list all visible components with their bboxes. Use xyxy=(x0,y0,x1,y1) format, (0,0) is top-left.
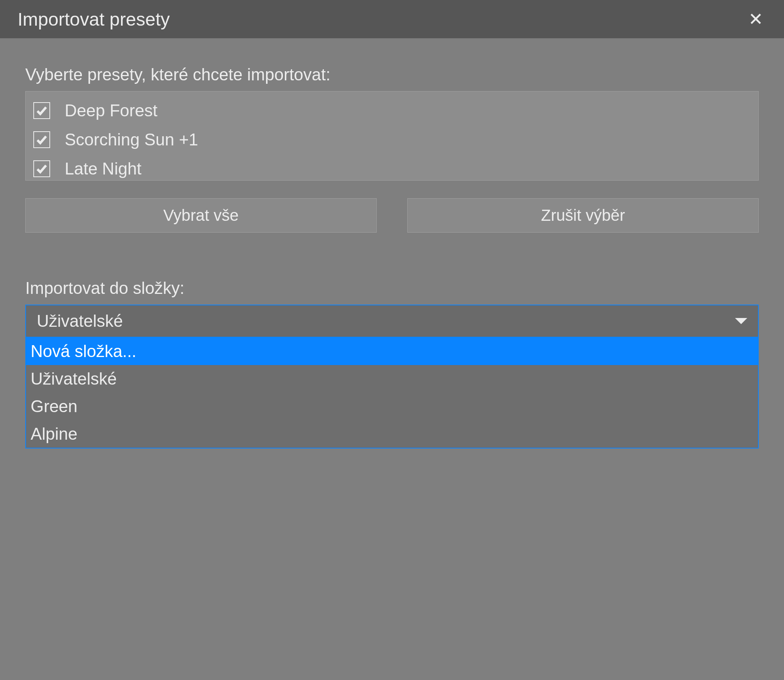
selection-button-row: Vybrat vše Zrušit výběr xyxy=(25,198,759,233)
button-label: Vybrat vše xyxy=(163,206,239,225)
import-presets-dialog: Importovat presety ✕ Vyberte presety, kt… xyxy=(0,0,784,680)
preset-name-label: Scorching Sun +1 xyxy=(65,130,198,149)
dropdown-item-label: Alpine xyxy=(31,424,77,444)
folder-select[interactable]: Uživatelské xyxy=(25,305,759,338)
preset-checkbox[interactable] xyxy=(33,160,50,177)
preset-section-label: Vyberte presety, které chcete importovat… xyxy=(25,65,759,84)
dropdown-item-label: Uživatelské xyxy=(31,369,117,388)
dialog-content: Vyberte presety, které chcete importovat… xyxy=(0,38,784,448)
folder-select-value: Uživatelské xyxy=(37,311,123,331)
folder-section-label: Importovat do složky: xyxy=(25,279,759,298)
preset-name-label: Late Night xyxy=(65,159,142,178)
folder-option-alpine[interactable]: Alpine xyxy=(26,420,758,448)
close-icon: ✕ xyxy=(748,9,763,29)
check-icon xyxy=(36,134,47,145)
preset-checkbox[interactable] xyxy=(33,102,50,119)
dropdown-item-label: Nová složka... xyxy=(31,342,136,361)
folder-option-user[interactable]: Uživatelské xyxy=(26,365,758,393)
preset-name-label: Deep Forest xyxy=(65,101,157,120)
preset-checkbox[interactable] xyxy=(33,131,50,148)
folder-option-new[interactable]: Nová složka... xyxy=(26,338,758,365)
preset-row[interactable]: Scorching Sun +1 xyxy=(26,125,758,154)
button-label: Zrušit výběr xyxy=(541,206,625,225)
folder-dropdown: Nová složka... Uživatelské Green Alpine xyxy=(25,338,759,448)
select-all-button[interactable]: Vybrat vše xyxy=(25,198,377,233)
check-icon xyxy=(36,105,47,116)
dropdown-item-label: Green xyxy=(31,397,77,416)
close-button[interactable]: ✕ xyxy=(742,7,770,32)
preset-list[interactable]: Deep Forest Scorching Sun +1 Late Night xyxy=(25,91,759,181)
dialog-title: Importovat presety xyxy=(18,9,170,30)
check-icon xyxy=(36,163,47,174)
folder-option-green[interactable]: Green xyxy=(26,393,758,420)
chevron-down-icon xyxy=(735,318,747,324)
folder-section: Importovat do složky: Uživatelské Nová s… xyxy=(25,279,759,448)
preset-row[interactable]: Deep Forest xyxy=(26,96,758,125)
preset-row[interactable]: Late Night xyxy=(26,154,758,181)
deselect-button[interactable]: Zrušit výběr xyxy=(407,198,759,233)
title-bar: Importovat presety ✕ xyxy=(0,0,784,38)
